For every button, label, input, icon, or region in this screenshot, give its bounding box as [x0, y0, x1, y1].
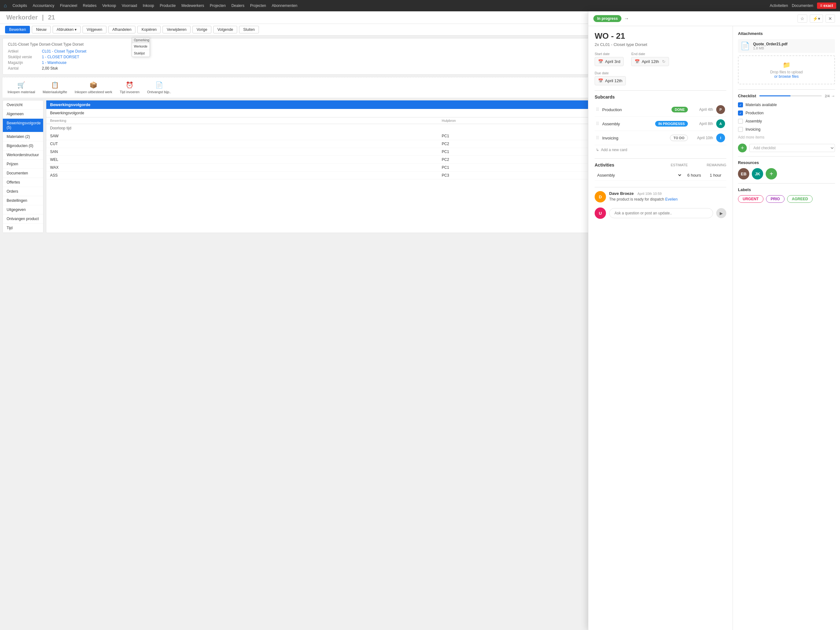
start-date-value[interactable]: 📅 April 3rd: [595, 57, 624, 66]
drag-icon[interactable]: ⠿: [596, 107, 599, 112]
due-date-value[interactable]: 📅 April 12th: [595, 76, 626, 85]
leftnav-algemeen[interactable]: Algemeen: [3, 110, 43, 119]
nav-productie[interactable]: Productie: [160, 3, 176, 8]
leftnav-bestellingen[interactable]: Bestellingen: [3, 196, 43, 205]
checkbox-3[interactable]: [738, 119, 743, 124]
ontvangst-action[interactable]: 📄 Ontvangst bijp..: [147, 81, 171, 94]
sluiten-button[interactable]: Sluiten: [239, 26, 259, 33]
subcard-production: ⠿ Production DONE April 4th P: [595, 102, 726, 117]
add-more-items[interactable]: Add more items: [738, 134, 835, 141]
checkbox-2[interactable]: ✓: [738, 110, 743, 115]
status-badge[interactable]: In progress: [594, 15, 621, 22]
browse-text[interactable]: or browse files: [744, 74, 829, 79]
label-prio[interactable]: PRIO: [766, 195, 785, 203]
bewerken-button[interactable]: Bewerken: [5, 26, 30, 33]
leftnav-materialen[interactable]: Materialen (2): [3, 132, 43, 141]
end-date-value[interactable]: 📅 April 12th ↻: [631, 57, 669, 66]
drag-icon3[interactable]: ⠿: [596, 135, 599, 140]
leftnav-werkorderstructuur[interactable]: Werkorderstructuur: [3, 151, 43, 160]
nav-dealers[interactable]: Dealers: [232, 3, 245, 8]
activity-name-select[interactable]: Assembly: [596, 173, 682, 178]
refresh-icon[interactable]: ↻: [662, 59, 666, 64]
nav-accountancy[interactable]: Accountancy: [33, 3, 54, 8]
nav-financieel[interactable]: Financieel: [60, 3, 77, 8]
drop-zone[interactable]: 📁 Drop files to upload or browse files: [738, 55, 835, 84]
nav-documenten[interactable]: Documenten: [792, 3, 813, 8]
drag-icon2[interactable]: ⠿: [596, 121, 599, 126]
exact-brand-button[interactable]: = exact: [817, 3, 836, 9]
volgende-button[interactable]: Volgende: [213, 26, 237, 33]
lightning-button[interactable]: ⚡▾: [810, 14, 823, 23]
dates-row: Start date 📅 April 3rd End date 📅 April …: [595, 52, 726, 66]
add-resource-button[interactable]: +: [766, 168, 777, 180]
comment-input[interactable]: [609, 208, 713, 218]
activities-labels: ESTIMATE REMAINING: [671, 163, 726, 167]
tijd-invoeren-action[interactable]: ⏰ Tijd invoeren: [120, 81, 139, 94]
inkopen-materiaal-icon: 🛒: [17, 81, 25, 89]
subcards-title: Subcards: [595, 94, 726, 99]
nav-inkoop[interactable]: Inkoop: [143, 3, 154, 8]
nav-activiteiten[interactable]: Activiteiten: [770, 3, 788, 8]
opmerking-tab-werkorde[interactable]: Werkorde: [132, 43, 150, 50]
nav-abonnementen[interactable]: Abonnementen: [272, 3, 297, 8]
afhandelen-button[interactable]: Afhandelen: [108, 26, 136, 33]
inkopen-materiaal-action[interactable]: 🛒 Inkopen materiaal: [8, 81, 35, 94]
activities-title: Activities: [595, 162, 614, 167]
divider1: [595, 90, 726, 91]
inkopen-uitbesteed-action[interactable]: 📦 Inkopen uitbesteed werk: [75, 81, 112, 94]
send-comment-button[interactable]: ▶: [716, 208, 726, 218]
vrijgeven-button[interactable]: Vrijgeven: [82, 26, 106, 33]
nav-verkoop[interactable]: Verkoop: [102, 3, 116, 8]
leftnav-bijproducten[interactable]: Bijproducten (0): [3, 141, 43, 151]
leftnav-offertes[interactable]: Offertes: [3, 178, 43, 187]
checkbox-1[interactable]: ✓: [738, 102, 743, 107]
attachment-name: Quote_Order21.pdf: [753, 42, 787, 46]
verwijderen-button[interactable]: Verwijderen: [163, 26, 191, 33]
leftnav-bewerkingsvolgorde[interactable]: Bewerkingsvolgorde (5): [3, 119, 43, 132]
leftnav-overzicht[interactable]: Overzicht: [3, 101, 43, 110]
divider3: [595, 187, 726, 187]
close-button[interactable]: ✕: [826, 14, 835, 23]
home-icon[interactable]: ⌂: [4, 3, 7, 8]
nav-cockpits[interactable]: Cockpits: [13, 3, 27, 8]
subcard-assembly: ⠿ Assembly IN PROGRESSS April 8th A: [595, 117, 726, 131]
panel-actions: ☆ ⚡▾ ✕: [797, 14, 835, 23]
divider-right3: [738, 183, 835, 184]
nav-projecten2[interactable]: Projecten: [250, 3, 266, 8]
nav-medewerkers[interactable]: Medewerkers: [182, 3, 204, 8]
leftnav-tijd[interactable]: Tijd: [3, 224, 43, 233]
leftnav-prijzen[interactable]: Prijzen: [3, 160, 43, 169]
checklist-header: Checklist 2/4 →: [738, 93, 835, 98]
comment-mention[interactable]: Evelien: [665, 197, 677, 202]
star-button[interactable]: ☆: [797, 14, 807, 23]
nav-projecten1[interactable]: Projecten: [210, 3, 226, 8]
leftnav-ontvangen[interactable]: Ontvangen product: [3, 214, 43, 224]
label-urgent[interactable]: URGENT: [738, 195, 763, 203]
leftnav-orders[interactable]: Orders: [3, 187, 43, 196]
materiaaluitgifte-action[interactable]: 📋 Materiaaluitgifte: [43, 81, 67, 94]
checkbox-4[interactable]: [738, 127, 743, 132]
nav-voorraad[interactable]: Voorraad: [122, 3, 137, 8]
kopieren-button[interactable]: Kopiëren: [137, 26, 161, 33]
opmerking-panel: Opmerking Werkorde Stuklijst: [132, 37, 150, 57]
add-checklist-button[interactable]: +: [738, 143, 747, 153]
opmerking-tab-stuklijst[interactable]: Stuklijst: [132, 50, 150, 57]
checklist-arrow-icon[interactable]: →: [831, 93, 835, 98]
attachment-item[interactable]: 📄 Quote_Order21.pdf 1.8 MB: [738, 39, 835, 53]
leftnav-uitgegeven[interactable]: Uitgegeven: [3, 205, 43, 214]
pdf-icon: 📄: [741, 42, 750, 50]
add-checklist-select[interactable]: Add checklist: [749, 144, 835, 152]
afdrukken-button[interactable]: Afdrukken: [53, 26, 81, 33]
artikel-label: Artikel: [8, 49, 39, 54]
nav-relaties[interactable]: Relaties: [83, 3, 96, 8]
add-card-button[interactable]: ↳ Add a new card: [595, 145, 726, 154]
label-agreed[interactable]: AGREED: [787, 195, 813, 203]
inkopen-uitbesteed-label: Inkopen uitbesteed werk: [75, 90, 112, 94]
vorige-button[interactable]: Vorige: [193, 26, 212, 33]
subcard-name-invoicing: Invoicing: [602, 136, 667, 140]
status-arrow-icon[interactable]: →: [624, 16, 629, 21]
checklist-title: Checklist: [738, 93, 756, 98]
checklist-item-1: ✓ Materials available: [738, 101, 835, 109]
nieuw-button[interactable]: Nieuw: [32, 26, 51, 33]
leftnav-documenten[interactable]: Documenten: [3, 169, 43, 178]
